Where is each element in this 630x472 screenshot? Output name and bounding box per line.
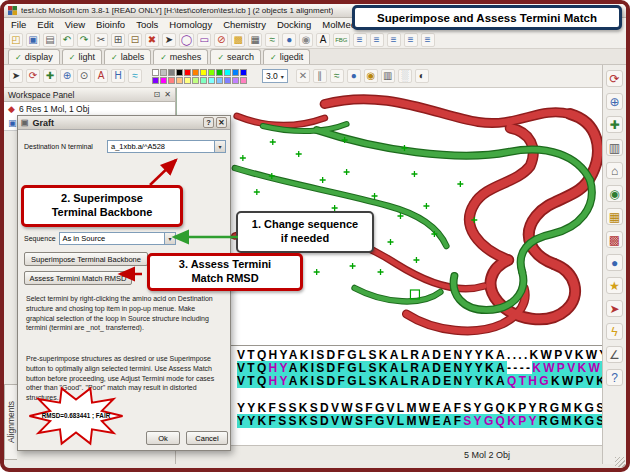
palette-color[interactable] — [208, 77, 215, 84]
selection-arrow-icon[interactable]: ➤ — [162, 33, 176, 47]
palette-color[interactable] — [232, 69, 239, 76]
menu-view[interactable]: View — [65, 19, 85, 30]
dialog-title-bar[interactable]: ▣ Graft ? ✕ — [18, 116, 230, 130]
pointer-icon[interactable]: ➤ — [606, 300, 623, 317]
tab-ligedit[interactable]: ✓ligedit — [263, 49, 310, 64]
snapshot-icon[interactable]: ▦ — [606, 208, 623, 225]
tree-item[interactable]: ◆6 Res 1 Mol, 1 Obj — [4, 102, 175, 116]
slab-icon[interactable]: ▥ — [606, 139, 623, 156]
rotate-icon[interactable]: ⟳ — [606, 70, 623, 87]
tab-display[interactable]: ✓display — [8, 49, 60, 64]
menu-file[interactable]: File — [11, 19, 26, 30]
tab-search[interactable]: ✓search — [210, 49, 261, 64]
palette-color[interactable] — [184, 69, 191, 76]
home-view-icon[interactable]: ⌂ — [606, 162, 623, 179]
water-toggle-icon[interactable]: ≈ — [128, 69, 142, 83]
fog-icon[interactable]: ░ — [398, 69, 412, 83]
pick-icon[interactable]: ➤ — [9, 69, 23, 83]
resize-grip[interactable] — [615, 457, 625, 467]
fbg-icon[interactable]: FBG — [333, 33, 349, 47]
palette-color[interactable] — [232, 77, 239, 84]
palette-color[interactable] — [152, 77, 159, 84]
label-icon[interactable]: A — [316, 33, 330, 47]
palette-color[interactable] — [200, 69, 207, 76]
palette-color[interactable] — [152, 69, 159, 76]
print-icon[interactable]: ▤ — [43, 33, 57, 47]
column-icon-5[interactable]: ≡ — [421, 33, 435, 47]
menu-docking[interactable]: Docking — [277, 19, 311, 30]
dialog-help-icon[interactable]: ? — [203, 117, 214, 128]
copy-icon[interactable]: ⊞ — [111, 33, 125, 47]
column-icon-3[interactable]: ≡ — [387, 33, 401, 47]
ok-button[interactable]: Ok — [146, 431, 180, 445]
tab-light[interactable]: ✓light — [62, 49, 102, 64]
palette-color[interactable] — [168, 69, 175, 76]
undo-icon[interactable]: ↶ — [60, 33, 74, 47]
palette-color[interactable] — [160, 69, 167, 76]
hydrogens-toggle-icon[interactable]: H — [111, 69, 125, 83]
palette-color[interactable] — [240, 77, 247, 84]
display-wire-icon[interactable]: ✕ — [296, 69, 310, 83]
paste-icon[interactable]: ⊟ — [128, 33, 142, 47]
alignment-row[interactable]: VTQHYAKISDFGLSKALRADENYYKAQTHGKWPVKWY — [237, 375, 602, 388]
display-surface-icon[interactable]: ◉ — [364, 69, 378, 83]
tab-meshes[interactable]: ✓meshes — [153, 49, 208, 64]
close-icon[interactable]: ✕ — [164, 90, 171, 99]
color-palette[interactable] — [152, 69, 247, 84]
wireframe-icon[interactable]: ▦ — [248, 33, 262, 47]
help-icon[interactable]: ? — [606, 369, 623, 386]
star-icon[interactable]: ★ — [606, 277, 623, 294]
rectangle-select-icon[interactable]: ▭ — [197, 33, 211, 47]
clear-selection-icon[interactable]: ⊘ — [214, 33, 228, 47]
palette-color[interactable] — [192, 69, 199, 76]
palette-color[interactable] — [216, 77, 223, 84]
cancel-button[interactable]: Cancel — [186, 431, 228, 445]
surface-icon[interactable]: ◉ — [299, 33, 313, 47]
tab-labels[interactable]: ✓labels — [104, 49, 151, 64]
redo-icon[interactable]: ↷ — [77, 33, 91, 47]
alignments-tab[interactable]: Alignments — [4, 384, 17, 460]
palette-color[interactable] — [224, 77, 231, 84]
menu-edit[interactable]: Edit — [37, 19, 53, 30]
menu-tools[interactable]: Tools — [136, 19, 158, 30]
menu-bioinfo[interactable]: Bioinfo — [96, 19, 125, 30]
lasso-select-icon[interactable]: ◯ — [179, 33, 194, 47]
palette-color[interactable] — [168, 77, 175, 84]
menu-homology[interactable]: Homology — [169, 19, 212, 30]
ribbon-icon[interactable]: ≈ — [265, 33, 279, 47]
column-icon-4[interactable]: ≡ — [404, 33, 418, 47]
stereo-icon[interactable]: ◐ — [415, 69, 429, 83]
palette-color[interactable] — [176, 77, 183, 84]
dock-icon[interactable]: ⊡ — [154, 90, 161, 99]
column-icon-2[interactable]: ≡ — [370, 33, 384, 47]
color-by-icon[interactable]: ▩ — [231, 33, 245, 47]
zoom-icon[interactable]: ⊕ — [606, 93, 623, 110]
translate-view-icon[interactable]: ✚ — [43, 69, 57, 83]
palette-color[interactable] — [240, 69, 247, 76]
rotate-view-icon[interactable]: ⟳ — [26, 69, 40, 83]
palette-color[interactable] — [208, 69, 215, 76]
zoom-view-icon[interactable]: ⊕ — [60, 69, 74, 83]
superimpose-terminal-backbone-button[interactable]: Superimpose Terminal Backbone — [24, 252, 148, 266]
sphere-icon[interactable]: ● — [606, 254, 623, 271]
palette-color[interactable] — [176, 69, 183, 76]
display-ribbon-icon[interactable]: ≈ — [330, 69, 344, 83]
open-icon[interactable]: ◰ — [9, 33, 23, 47]
palette-color[interactable] — [160, 77, 167, 84]
display-cpk-icon[interactable]: ● — [347, 69, 361, 83]
alignment-row[interactable]: YYKFSSKSDVWSFGVLMWEAFSYGQKPYRGMKGSEVT — [237, 415, 602, 428]
labels-toggle-icon[interactable]: A — [94, 69, 108, 83]
center-view-icon[interactable]: ⊙ — [77, 69, 91, 83]
angle-icon[interactable]: ∠ — [606, 346, 623, 363]
lightning-icon[interactable]: ϟ — [606, 323, 623, 340]
dialog-close-icon[interactable]: ✕ — [216, 117, 227, 128]
translate-icon[interactable]: ✚ — [606, 116, 623, 133]
palette-color[interactable] — [184, 77, 191, 84]
palette-color[interactable] — [192, 77, 199, 84]
palette-color[interactable] — [224, 69, 231, 76]
level-select[interactable]: 3.0 ▾ — [262, 69, 288, 83]
save-icon[interactable]: ▣ — [26, 33, 40, 47]
palette-color[interactable] — [216, 69, 223, 76]
palette-color[interactable] — [200, 77, 207, 84]
delete-icon[interactable]: ✖ — [145, 33, 159, 47]
